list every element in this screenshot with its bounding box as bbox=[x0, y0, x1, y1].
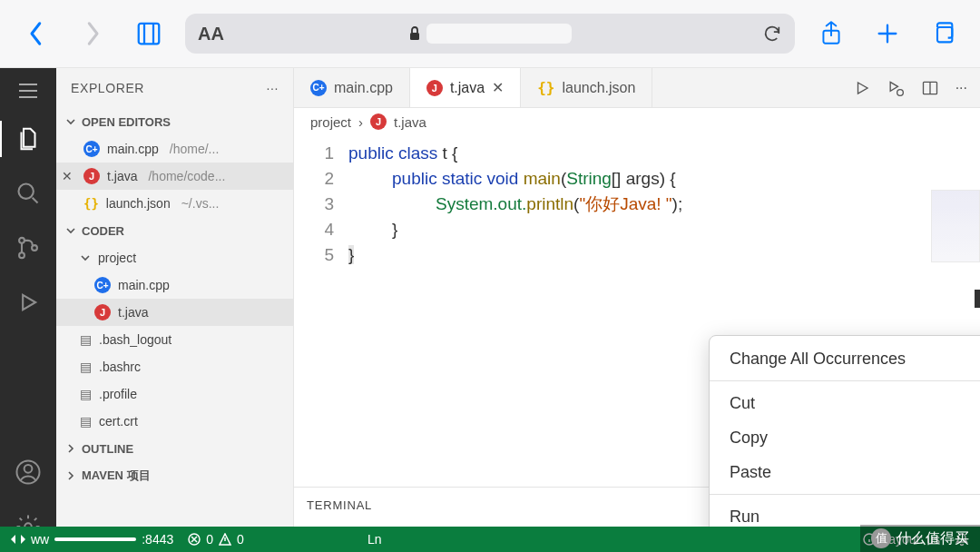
chevron-down-icon bbox=[65, 116, 76, 127]
editor-area: C+ main.cpp J t.java ✕ {} launch.json ··… bbox=[294, 68, 980, 552]
svg-rect-2 bbox=[937, 27, 952, 42]
sidebar-title: EXPLORER bbox=[71, 81, 144, 95]
error-icon bbox=[188, 533, 201, 546]
remote-icon bbox=[11, 533, 25, 546]
svg-point-4 bbox=[19, 238, 24, 243]
file-row[interactable]: ▤ .profile bbox=[56, 380, 293, 408]
close-editor-button[interactable]: ✕ bbox=[62, 169, 73, 183]
svg-point-3 bbox=[19, 184, 34, 199]
share-button[interactable] bbox=[811, 14, 851, 54]
tab-launch-json[interactable]: {} launch.json bbox=[521, 68, 652, 107]
remote-indicator[interactable]: ww:8443 bbox=[11, 532, 173, 547]
breadcrumb[interactable]: project › J t.java bbox=[294, 108, 980, 135]
tabs-overview-button[interactable] bbox=[924, 14, 964, 54]
svg-point-5 bbox=[19, 252, 24, 258]
java-icon: J bbox=[94, 304, 111, 320]
menu-change-all-occurrences[interactable]: Change All Occurrences⌘F2 bbox=[710, 341, 980, 376]
open-editors-header[interactable]: OPEN EDITORS bbox=[56, 108, 293, 135]
new-tab-button[interactable] bbox=[867, 14, 907, 54]
workspace-header[interactable]: CODER bbox=[56, 217, 293, 244]
code-content[interactable]: public class t { public static void main… bbox=[345, 135, 682, 487]
activity-bar bbox=[0, 68, 56, 552]
file-row[interactable]: ▤ .bashrc bbox=[56, 353, 293, 380]
tab-bar: C+ main.cpp J t.java ✕ {} launch.json ··… bbox=[294, 68, 980, 108]
svg-marker-16 bbox=[11, 535, 15, 544]
svg-marker-7 bbox=[23, 295, 35, 310]
chevron-right-icon bbox=[65, 470, 76, 481]
open-editor-item[interactable]: C+ main.cpp /home/... bbox=[56, 135, 293, 163]
menu-copy[interactable]: Copy bbox=[710, 420, 980, 455]
split-editor-button[interactable] bbox=[921, 79, 939, 97]
open-editor-item[interactable]: ✕ J t.java /home/code... bbox=[56, 163, 293, 190]
file-row[interactable]: C+ main.cpp bbox=[56, 271, 293, 299]
minimap[interactable] bbox=[931, 190, 980, 262]
explorer-sidebar: EXPLORER ··· OPEN EDITORS C+ main.cpp /h… bbox=[56, 68, 294, 552]
watermark-badge: 值 bbox=[871, 528, 891, 548]
maven-header[interactable]: MAVEN 项目 bbox=[56, 462, 293, 489]
chevron-down-icon bbox=[80, 252, 91, 263]
chevron-right-icon: › bbox=[358, 114, 363, 130]
activity-search[interactable] bbox=[0, 168, 56, 219]
svg-point-13 bbox=[897, 89, 903, 95]
java-icon: J bbox=[370, 113, 387, 130]
bookmarks-button[interactable] bbox=[129, 14, 169, 54]
menu-separator bbox=[710, 380, 980, 381]
svg-marker-11 bbox=[858, 83, 867, 94]
cpp-icon: C+ bbox=[310, 80, 327, 96]
sash-indicator bbox=[975, 290, 980, 308]
activity-account[interactable] bbox=[0, 447, 56, 498]
file-icon: ▤ bbox=[80, 360, 92, 374]
status-bar: ww:8443 0 0 Ln Layout: us 值 什么值得买 bbox=[0, 527, 980, 552]
json-icon: {} bbox=[83, 196, 99, 211]
svg-marker-17 bbox=[21, 535, 25, 544]
url-redacted bbox=[426, 24, 572, 44]
lock-icon bbox=[408, 25, 421, 42]
tab-main-cpp[interactable]: C+ main.cpp bbox=[294, 68, 410, 107]
sidebar-more-icon[interactable]: ··· bbox=[267, 81, 279, 95]
json-icon: {} bbox=[537, 79, 554, 96]
terminal-tab[interactable]: TERMINAL bbox=[307, 498, 372, 512]
menu-separator bbox=[710, 494, 980, 495]
cpp-icon: C+ bbox=[83, 141, 100, 157]
folder-row[interactable]: project bbox=[56, 244, 293, 271]
menu-cut[interactable]: Cut bbox=[710, 386, 980, 420]
open-editor-item[interactable]: {} launch.json ~/.vs... bbox=[56, 190, 293, 217]
svg-rect-0 bbox=[410, 33, 419, 40]
run-debug-button[interactable] bbox=[887, 79, 905, 97]
reload-button[interactable] bbox=[762, 24, 782, 44]
text-size-button[interactable]: AA bbox=[198, 24, 224, 44]
file-row[interactable]: ▤ cert.crt bbox=[56, 408, 293, 435]
run-button[interactable] bbox=[854, 80, 870, 96]
activity-source-control[interactable] bbox=[0, 222, 56, 273]
back-button[interactable] bbox=[16, 14, 56, 54]
java-icon: J bbox=[83, 168, 100, 184]
file-row[interactable]: J t.java bbox=[56, 299, 293, 326]
cursor-position[interactable]: Ln bbox=[368, 532, 382, 547]
file-icon: ▤ bbox=[80, 414, 92, 429]
close-tab-button[interactable]: ✕ bbox=[492, 79, 504, 96]
warning-icon bbox=[219, 533, 231, 546]
java-icon: J bbox=[426, 80, 443, 96]
menu-paste[interactable]: Paste bbox=[710, 455, 980, 489]
outline-header[interactable]: OUTLINE bbox=[56, 435, 293, 462]
file-row[interactable]: ▤ .bash_logout bbox=[56, 326, 293, 353]
cpp-icon: C+ bbox=[94, 277, 111, 293]
activity-debug[interactable] bbox=[0, 277, 56, 328]
svg-point-6 bbox=[32, 245, 37, 251]
svg-point-9 bbox=[24, 465, 33, 473]
chevron-down-icon bbox=[65, 225, 76, 236]
svg-marker-12 bbox=[890, 82, 897, 91]
address-bar[interactable]: AA bbox=[185, 14, 795, 54]
file-icon: ▤ bbox=[80, 387, 92, 401]
line-gutter: 1 2 3 4 5 bbox=[294, 135, 345, 487]
editor-more-button[interactable]: ··· bbox=[956, 80, 967, 96]
activity-explorer[interactable] bbox=[0, 113, 56, 164]
chevron-right-icon bbox=[65, 443, 76, 454]
context-menu: Change All Occurrences⌘F2 Cut Copy Paste… bbox=[709, 335, 980, 552]
file-icon: ▤ bbox=[80, 332, 92, 347]
menu-button[interactable] bbox=[0, 79, 56, 103]
tab-t-java[interactable]: J t.java ✕ bbox=[410, 68, 521, 107]
problems-indicator[interactable]: 0 0 bbox=[188, 532, 244, 547]
watermark: 值 什么值得买 bbox=[860, 525, 980, 552]
forward-button[interactable] bbox=[73, 14, 113, 54]
